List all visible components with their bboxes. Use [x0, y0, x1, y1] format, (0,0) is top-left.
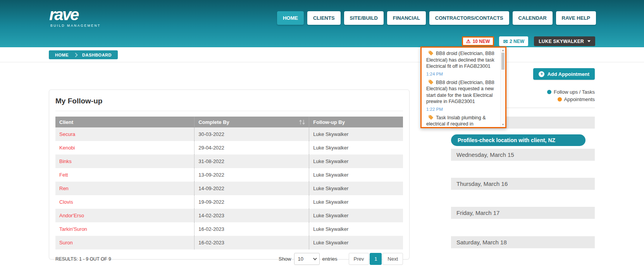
chevron-down-icon [313, 256, 317, 260]
next-page-button[interactable]: Next [382, 253, 403, 265]
breadcrumb-bar: HOME DASHBOARD [0, 47, 644, 62]
client-link[interactable]: Binks [55, 155, 195, 168]
page-buttons: Prev 1 Next [349, 253, 403, 265]
client-link[interactable]: Fett [55, 168, 195, 182]
followup-by-cell: Luke Skywalker [309, 236, 403, 249]
legend-appointments: Appointments [558, 96, 595, 102]
complete-by-cell: 31-08-2022 [195, 155, 309, 168]
calendar-day-row: Wednesday, March 15 [451, 149, 595, 161]
chevron-right-icon [73, 53, 77, 57]
table-row: Secura 30-03-2022 Luke Skywalker [55, 127, 403, 141]
complete-by-cell: 30-03-2022 [195, 127, 309, 141]
followup-by-cell: Luke Skywalker [309, 155, 403, 168]
page-size-value: 10 [298, 256, 303, 262]
nav-contractors-contacts[interactable]: CONTRACTORS/CONTACTS [429, 11, 509, 25]
followup-by-cell: Luke Skywalker [309, 195, 403, 209]
legend-followups-label: Follow ups / Tasks [554, 89, 595, 95]
column-header-followup-by[interactable]: Follow-up By [309, 117, 403, 127]
notification-item[interactable]: Task Inslab plumbing & electrical if req… [426, 115, 498, 127]
calendar-event[interactable]: Profiles-check location with client, NZ [451, 134, 585, 146]
sort-icon[interactable] [299, 120, 305, 125]
client-link[interactable]: Andor'Erso [55, 209, 195, 222]
scrollbar[interactable]: ▴ ▾ [500, 48, 505, 127]
calendar-day-row: Thursday, March 16 [451, 178, 595, 190]
complete-by-cell: 14-09-2022 [195, 182, 309, 195]
alerts-badge-label: 10 NEW [473, 39, 490, 44]
notification-item[interactable]: BB8 droid (Electrician, BB8 Electrical) … [426, 79, 498, 112]
client-link[interactable]: Tarkin'Suron [55, 222, 195, 236]
plus-icon: + [539, 71, 544, 77]
notifications-list: BB8 droid (Electrician, BB8 Electrical) … [422, 48, 500, 127]
add-appointment-button[interactable]: + Add Appointment [533, 68, 595, 80]
alerts-badge[interactable]: ⚠ 10 NEW [462, 36, 494, 46]
complete-by-cell: 14-02-2023 [195, 209, 309, 222]
followup-by-cell: Luke Skywalker [309, 141, 403, 155]
user-menu-button[interactable]: LUKE SKYWALKER [534, 36, 595, 46]
tag-icon [428, 115, 434, 120]
table-row: Suron 16-02-2023 Luke Skywalker [55, 236, 403, 249]
breadcrumb: HOME DASHBOARD [49, 50, 118, 59]
orange-dot-icon [558, 97, 562, 101]
calendar-legend: Follow ups / Tasks Appointments [547, 89, 595, 102]
breadcrumb-home[interactable]: HOME [55, 53, 69, 57]
logo-brand: rave [49, 6, 101, 23]
teal-dot-icon [547, 90, 551, 94]
chevron-down-icon [587, 40, 591, 42]
prev-page-button[interactable]: Prev [349, 253, 369, 265]
table-row: Ren 14-09-2022 Luke Skywalker [55, 182, 403, 195]
add-appointment-label: Add Appointment [547, 71, 589, 77]
followup-by-cell: Luke Skywalker [309, 182, 403, 195]
notification-time: 1:24 PM [426, 72, 498, 76]
nav-site-build[interactable]: SITE/BUILD [344, 11, 384, 25]
warning-icon: ⚠ [466, 39, 471, 44]
client-link[interactable]: Suron [55, 236, 195, 249]
scroll-down-arrow[interactable]: ▾ [501, 122, 505, 127]
messages-badge[interactable]: ✉ 2 NEW [499, 36, 528, 46]
header-badges: ⚠ 10 NEW ✉ 2 NEW LUKE SKYWALKER [462, 36, 595, 46]
notification-item[interactable]: BB8 droid (Electrician, BB8 Electrical) … [426, 50, 498, 76]
rave-logo[interactable]: rave BUILD MANAGEMENT [49, 6, 101, 27]
nav-home[interactable]: HOME [277, 11, 304, 25]
scrollbar-thumb[interactable] [501, 53, 505, 70]
complete-by-cell: 16-02-2023 [195, 236, 309, 249]
table-header-row: Client Complete By Follow-up By [55, 117, 403, 127]
nav-rave-help[interactable]: RAVE HELP [556, 11, 596, 25]
notification-text: BB8 droid (Electrician, BB8 Electrical) … [426, 51, 494, 69]
followup-by-cell: Luke Skywalker [309, 209, 403, 222]
app-header: rave BUILD MANAGEMENT HOME CLIENTS SITE/… [0, 0, 644, 47]
client-link[interactable]: Kenobi [55, 141, 195, 155]
page-number-button[interactable]: 1 [370, 253, 382, 265]
followup-table: Client Complete By Follow-up By [55, 117, 403, 249]
messages-badge-label: 2 NEW [510, 39, 524, 44]
followup-by-cell: Luke Skywalker [309, 168, 403, 182]
legend-appointments-label: Appointments [564, 96, 595, 102]
page-size-select[interactable]: 10 [294, 253, 320, 265]
notification-time: 1:22 PM [426, 107, 498, 112]
column-header-complete-by[interactable]: Complete By [195, 117, 309, 127]
table-row: Andor'Erso 14-02-2023 Luke Skywalker [55, 209, 403, 222]
nav-clients[interactable]: CLIENTS [307, 11, 341, 25]
table-row: Binks 31-08-2022 Luke Skywalker [55, 155, 403, 168]
envelope-icon: ✉ [503, 39, 508, 44]
client-link[interactable]: Secura [55, 127, 195, 141]
notifications-dropdown: BB8 droid (Electrician, BB8 Electrical) … [420, 46, 506, 128]
table-row: Tarkin'Suron 16-02-2023 Luke Skywalker [55, 222, 403, 236]
column-header-complete-by-label: Complete By [198, 119, 229, 125]
tag-icon [428, 79, 434, 85]
client-link[interactable]: Clovis [55, 195, 195, 209]
nav-financial[interactable]: FINANCIAL [387, 11, 426, 25]
table-row: Kenobi 29-04-2022 Luke Skywalker [55, 141, 403, 155]
scroll-up-arrow[interactable]: ▴ [501, 48, 505, 52]
complete-by-cell: 29-04-2022 [195, 141, 309, 155]
notification-text: BB8 droid (Electrician, BB8 Electrical) … [426, 80, 494, 105]
nav-calendar[interactable]: CALENDAR [513, 11, 553, 25]
followup-by-cell: Luke Skywalker [309, 222, 403, 236]
logo-tagline: BUILD MANAGEMENT [49, 24, 101, 27]
entries-label: entries [322, 256, 337, 262]
card-title: My Follow-up [55, 96, 403, 111]
client-link[interactable]: Ren [55, 182, 195, 195]
table-footer: RESULTS: 1 - 9 OUT OF 9 Show 10 entries … [55, 253, 403, 265]
column-header-client[interactable]: Client [55, 117, 195, 127]
calendar-day-row: Saturday, March 18 [451, 236, 595, 248]
legend-followups: Follow ups / Tasks [547, 89, 595, 95]
